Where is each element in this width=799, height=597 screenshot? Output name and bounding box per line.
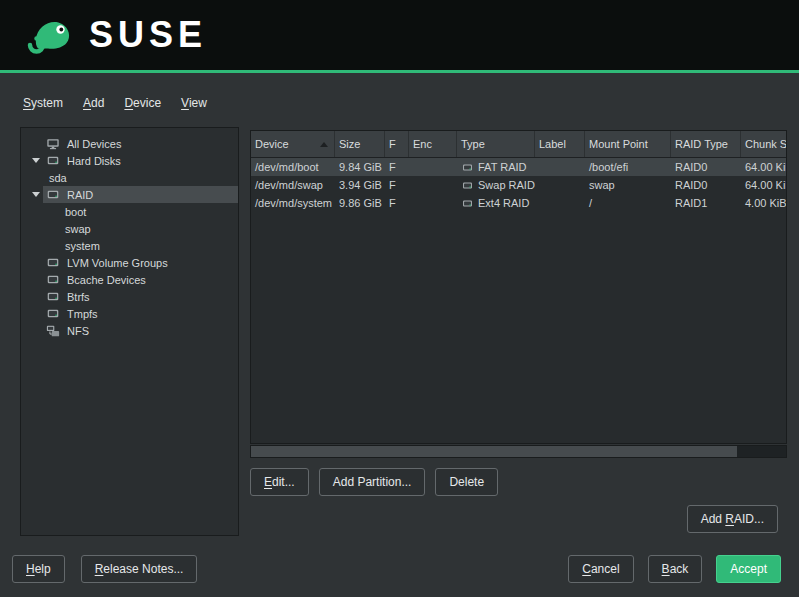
menu-add[interactable]: Add <box>74 92 113 114</box>
table-row[interactable]: /dev/md/swap 3.94 GiB F Swap RAID swap R… <box>251 176 787 194</box>
delete-button[interactable]: Delete <box>435 468 498 496</box>
edit-button[interactable]: Edit... <box>250 468 309 496</box>
release-notes-button[interactable]: Release Notes... <box>81 555 198 583</box>
back-button[interactable]: Back <box>648 555 703 583</box>
cell-enc <box>409 158 457 176</box>
menu-view[interactable]: View <box>172 92 216 114</box>
column-header-enc[interactable]: Enc <box>409 131 457 157</box>
nfs-icon <box>45 324 61 337</box>
suse-chameleon-logo-icon <box>22 12 76 58</box>
expander-raid[interactable] <box>29 192 43 197</box>
cell-size: 9.86 GiB <box>335 194 385 212</box>
cell-format: F <box>385 176 409 194</box>
table-row[interactable]: /dev/md/boot 9.84 GiB F FAT RAID /boot/e… <box>251 158 787 176</box>
sidebar-item-label: Btrfs <box>67 291 90 303</box>
sidebar-item-label: swap <box>65 223 91 235</box>
sidebar-item-lvm-volume-groups[interactable]: LVM Volume Groups <box>21 254 238 271</box>
cell-label <box>535 158 585 176</box>
cell-format: F <box>385 194 409 212</box>
expander-hard-disks[interactable] <box>29 158 43 163</box>
cell-chunk-size: 64.00 KiB <box>741 158 787 176</box>
device-tree-panel: All Devices Hard Disks sda RAID boot <box>20 127 239 536</box>
help-button[interactable]: Help <box>12 555 65 583</box>
sidebar-item-all-devices[interactable]: All Devices <box>21 135 238 152</box>
cell-raid-type: RAID0 <box>671 176 741 194</box>
column-header-label-col[interactable]: Label <box>535 131 585 157</box>
column-header-type[interactable]: Type <box>457 131 535 157</box>
cell-mount-point: swap <box>585 176 671 194</box>
cancel-button[interactable]: Cancel <box>568 555 633 583</box>
column-header-mount-point[interactable]: Mount Point <box>585 131 671 157</box>
column-header-size[interactable]: Size <box>335 131 385 157</box>
menu-bar: System Add Device View <box>14 92 216 114</box>
cell-raid-type: RAID0 <box>671 158 741 176</box>
cell-mount-point: / <box>585 194 671 212</box>
add-partition-button[interactable]: Add Partition... <box>319 468 426 496</box>
table-action-buttons: Edit... Add Partition... Delete <box>250 468 498 496</box>
menu-system[interactable]: System <box>14 92 72 114</box>
cell-device: /dev/md/system <box>251 194 335 212</box>
sidebar-item-label: RAID <box>67 189 93 201</box>
horizontal-scrollbar[interactable] <box>250 445 787 458</box>
sidebar-item-label: NFS <box>67 325 89 337</box>
tmpfs-icon <box>45 307 61 320</box>
cell-type: Swap RAID <box>457 176 535 194</box>
bcache-devices-icon <box>45 273 61 286</box>
raid-device-table: Device Size F Enc Type Label Mount Point… <box>250 130 787 444</box>
add-raid-button[interactable]: Add RAID... <box>687 505 778 533</box>
chevron-down-icon <box>32 192 40 197</box>
hard-disks-icon <box>45 154 61 167</box>
sidebar-item-label: boot <box>65 206 86 218</box>
footer-left-buttons: Help Release Notes... <box>12 555 197 583</box>
cell-label <box>535 176 585 194</box>
sidebar-item-hard-disks[interactable]: Hard Disks <box>21 152 238 169</box>
sidebar-item-label: Bcache Devices <box>67 274 146 286</box>
sidebar-item-sda[interactable]: sda <box>21 169 238 186</box>
table-header-row: Device Size F Enc Type Label Mount Point… <box>251 131 787 158</box>
sidebar-item-btrfs[interactable]: Btrfs <box>21 288 238 305</box>
sidebar-item-swap[interactable]: swap <box>21 220 238 237</box>
cell-mount-point: /boot/efi <box>585 158 671 176</box>
cell-type-label: FAT RAID <box>478 161 527 173</box>
cell-enc <box>409 194 457 212</box>
sidebar-item-boot[interactable]: boot <box>21 203 238 220</box>
sidebar-item-label: Hard Disks <box>67 155 121 167</box>
column-header-label: Device <box>255 138 289 150</box>
cell-type: Ext4 RAID <box>457 194 535 212</box>
chevron-down-icon <box>32 158 40 163</box>
raid-device-icon <box>461 198 474 209</box>
footer-right-buttons: Cancel Back Accept <box>568 555 781 583</box>
menu-device[interactable]: Device <box>115 92 170 114</box>
column-header-chunk-size[interactable]: Chunk Size <box>741 131 787 157</box>
cell-enc <box>409 176 457 194</box>
cell-size: 9.84 GiB <box>335 158 385 176</box>
sidebar-item-bcache-devices[interactable]: Bcache Devices <box>21 271 238 288</box>
column-header-format[interactable]: F <box>385 131 409 157</box>
sort-ascending-icon <box>320 142 328 147</box>
sidebar-item-label: LVM Volume Groups <box>67 257 168 269</box>
accept-button[interactable]: Accept <box>716 555 781 583</box>
all-devices-icon <box>45 137 61 150</box>
cell-raid-type: RAID1 <box>671 194 741 212</box>
sidebar-item-raid[interactable]: RAID <box>21 186 238 203</box>
cell-type-label: Swap RAID <box>478 179 535 191</box>
lvm-volume-groups-icon <box>45 256 61 269</box>
cell-label <box>535 194 585 212</box>
sidebar-item-system[interactable]: system <box>21 237 238 254</box>
btrfs-icon <box>45 290 61 303</box>
cell-format: F <box>385 158 409 176</box>
app-window: SUSE System Add Device View All Devices … <box>0 0 799 597</box>
raid-device-icon <box>461 180 474 191</box>
column-header-device[interactable]: Device <box>251 131 335 157</box>
raid-icon <box>45 188 61 201</box>
raid-device-icon <box>461 162 474 173</box>
table-row[interactable]: /dev/md/system 9.86 GiB F Ext4 RAID / RA… <box>251 194 787 212</box>
sidebar-item-nfs[interactable]: NFS <box>21 322 238 339</box>
sidebar-item-tmpfs[interactable]: Tmpfs <box>21 305 238 322</box>
scrollbar-thumb[interactable] <box>251 446 737 457</box>
cell-size: 3.94 GiB <box>335 176 385 194</box>
top-banner: SUSE <box>0 0 799 73</box>
suse-wordmark: SUSE <box>89 14 207 56</box>
sidebar-item-label: Tmpfs <box>67 308 98 320</box>
column-header-raid-type[interactable]: RAID Type <box>671 131 741 157</box>
